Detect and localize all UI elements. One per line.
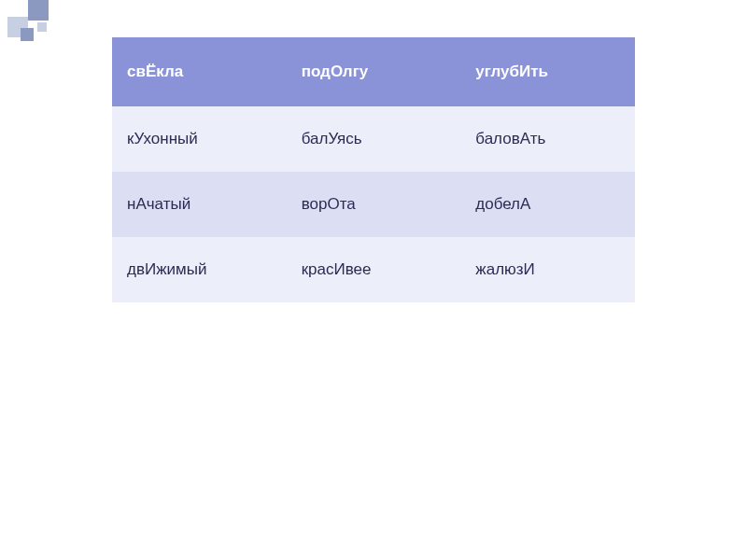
table-cell: баловАть xyxy=(460,106,635,172)
table-cell: нАчатый xyxy=(112,172,287,237)
table-row: двИжимый красИвее жалюзИ xyxy=(112,237,635,302)
header-cell: свЁкла xyxy=(112,37,287,106)
table-cell: балУясь xyxy=(287,106,461,172)
table-cell: добелА xyxy=(460,172,635,237)
table-cell: двИжимый xyxy=(112,237,287,302)
table-header-row: свЁкла подОлгу углубИть xyxy=(112,37,635,106)
table-cell: жалюзИ xyxy=(460,237,635,302)
corner-decoration xyxy=(0,0,65,65)
table-row: кУхонный балУясь баловАть xyxy=(112,106,635,172)
table-cell: красИвее xyxy=(287,237,461,302)
table-row: нАчатый ворОта добелА xyxy=(112,172,635,237)
header-cell: углубИть xyxy=(460,37,635,106)
stress-words-table: свЁкла подОлгу углубИть кУхонный балУясь… xyxy=(112,37,635,302)
table-cell: кУхонный xyxy=(112,106,287,172)
table-cell: ворОта xyxy=(287,172,461,237)
header-cell: подОлгу xyxy=(287,37,461,106)
